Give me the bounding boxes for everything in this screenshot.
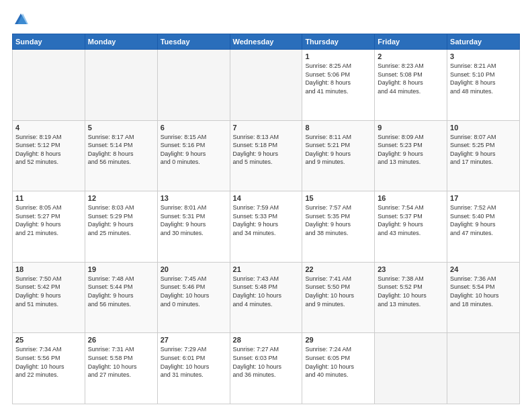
weekday-header-tuesday: Tuesday bbox=[157, 34, 230, 50]
weekday-header-friday: Friday bbox=[375, 34, 447, 50]
calendar-cell: 21Sunrise: 7:43 AM Sunset: 5:48 PM Dayli… bbox=[230, 262, 302, 333]
day-number: 19 bbox=[88, 265, 154, 273]
calendar-cell: 27Sunrise: 7:29 AM Sunset: 6:01 PM Dayli… bbox=[157, 333, 230, 404]
calendar-cell: 26Sunrise: 7:31 AM Sunset: 5:58 PM Dayli… bbox=[85, 333, 157, 404]
calendar-cell: 15Sunrise: 7:57 AM Sunset: 5:35 PM Dayli… bbox=[302, 191, 375, 263]
calendar-cell: 8Sunrise: 8:11 AM Sunset: 5:21 PM Daylig… bbox=[302, 120, 375, 191]
calendar-cell: 18Sunrise: 7:50 AM Sunset: 5:42 PM Dayli… bbox=[13, 262, 85, 333]
calendar-week-3: 11Sunrise: 8:05 AM Sunset: 5:27 PM Dayli… bbox=[13, 191, 520, 263]
header bbox=[12, 12, 520, 27]
day-info: Sunrise: 7:36 AM Sunset: 5:54 PM Dayligh… bbox=[450, 275, 517, 308]
day-number: 14 bbox=[233, 194, 300, 202]
day-number: 9 bbox=[378, 124, 444, 132]
day-info: Sunrise: 8:11 AM Sunset: 5:21 PM Dayligh… bbox=[305, 133, 371, 167]
day-info: Sunrise: 8:01 AM Sunset: 5:31 PM Dayligh… bbox=[161, 203, 227, 237]
day-number: 21 bbox=[233, 265, 300, 273]
day-info: Sunrise: 7:24 AM Sunset: 6:05 PM Dayligh… bbox=[305, 345, 371, 379]
calendar-cell: 3Sunrise: 8:21 AM Sunset: 5:10 PM Daylig… bbox=[447, 50, 520, 121]
calendar-cell: 28Sunrise: 7:27 AM Sunset: 6:03 PM Dayli… bbox=[230, 333, 302, 404]
day-number: 2 bbox=[378, 52, 444, 60]
calendar-cell: 17Sunrise: 7:52 AM Sunset: 5:40 PM Dayli… bbox=[447, 191, 520, 263]
logo bbox=[12, 12, 28, 27]
calendar-cell: 23Sunrise: 7:38 AM Sunset: 5:52 PM Dayli… bbox=[375, 262, 447, 333]
day-info: Sunrise: 8:15 AM Sunset: 5:16 PM Dayligh… bbox=[161, 133, 227, 167]
day-info: Sunrise: 8:23 AM Sunset: 5:08 PM Dayligh… bbox=[378, 62, 444, 95]
day-number: 17 bbox=[450, 194, 517, 202]
calendar-cell: 24Sunrise: 7:36 AM Sunset: 5:54 PM Dayli… bbox=[447, 262, 520, 333]
day-number: 23 bbox=[378, 265, 444, 273]
day-info: Sunrise: 7:41 AM Sunset: 5:50 PM Dayligh… bbox=[305, 275, 371, 308]
calendar-cell: 2Sunrise: 8:23 AM Sunset: 5:08 PM Daylig… bbox=[375, 50, 447, 121]
day-number: 15 bbox=[305, 194, 371, 202]
calendar-week-2: 4Sunrise: 8:19 AM Sunset: 5:12 PM Daylig… bbox=[13, 120, 520, 191]
day-number: 29 bbox=[305, 336, 371, 344]
day-info: Sunrise: 8:07 AM Sunset: 5:25 PM Dayligh… bbox=[450, 133, 517, 167]
calendar-cell bbox=[13, 50, 85, 121]
day-number: 6 bbox=[161, 124, 227, 132]
day-number: 3 bbox=[450, 52, 517, 60]
day-number: 26 bbox=[88, 336, 154, 344]
day-number: 1 bbox=[305, 52, 371, 60]
day-number: 8 bbox=[305, 124, 371, 132]
calendar-cell bbox=[375, 333, 447, 404]
day-info: Sunrise: 8:17 AM Sunset: 5:14 PM Dayligh… bbox=[88, 133, 154, 167]
day-info: Sunrise: 7:45 AM Sunset: 5:46 PM Dayligh… bbox=[161, 275, 227, 308]
day-number: 22 bbox=[305, 265, 371, 273]
calendar-week-1: 1Sunrise: 8:25 AM Sunset: 5:06 PM Daylig… bbox=[13, 50, 520, 121]
day-info: Sunrise: 7:43 AM Sunset: 5:48 PM Dayligh… bbox=[233, 275, 300, 308]
day-number: 12 bbox=[88, 194, 154, 202]
calendar-cell bbox=[157, 50, 230, 121]
day-number: 20 bbox=[161, 265, 227, 273]
calendar-cell: 9Sunrise: 8:09 AM Sunset: 5:23 PM Daylig… bbox=[375, 120, 447, 191]
weekday-header-wednesday: Wednesday bbox=[230, 34, 302, 50]
day-info: Sunrise: 8:05 AM Sunset: 5:27 PM Dayligh… bbox=[15, 203, 82, 237]
calendar-cell: 10Sunrise: 8:07 AM Sunset: 5:25 PM Dayli… bbox=[447, 120, 520, 191]
weekday-header-row: SundayMondayTuesdayWednesdayThursdayFrid… bbox=[13, 34, 520, 50]
day-info: Sunrise: 7:34 AM Sunset: 5:56 PM Dayligh… bbox=[15, 345, 82, 379]
calendar-cell: 19Sunrise: 7:48 AM Sunset: 5:44 PM Dayli… bbox=[85, 262, 157, 333]
weekday-header-sunday: Sunday bbox=[13, 34, 85, 50]
day-info: Sunrise: 7:48 AM Sunset: 5:44 PM Dayligh… bbox=[88, 275, 154, 308]
page: SundayMondayTuesdayWednesdayThursdayFrid… bbox=[0, 0, 532, 411]
day-number: 7 bbox=[233, 124, 300, 132]
day-number: 24 bbox=[450, 265, 517, 273]
calendar-cell bbox=[85, 50, 157, 121]
day-info: Sunrise: 8:09 AM Sunset: 5:23 PM Dayligh… bbox=[378, 133, 444, 167]
calendar-cell: 14Sunrise: 7:59 AM Sunset: 5:33 PM Dayli… bbox=[230, 191, 302, 263]
calendar-cell bbox=[230, 50, 302, 121]
day-number: 28 bbox=[233, 336, 300, 344]
day-number: 11 bbox=[15, 194, 82, 202]
calendar-cell: 20Sunrise: 7:45 AM Sunset: 5:46 PM Dayli… bbox=[157, 262, 230, 333]
day-number: 10 bbox=[450, 124, 517, 132]
calendar-cell: 11Sunrise: 8:05 AM Sunset: 5:27 PM Dayli… bbox=[13, 191, 85, 263]
day-info: Sunrise: 7:29 AM Sunset: 6:01 PM Dayligh… bbox=[161, 345, 227, 379]
calendar-cell: 6Sunrise: 8:15 AM Sunset: 5:16 PM Daylig… bbox=[157, 120, 230, 191]
day-info: Sunrise: 7:52 AM Sunset: 5:40 PM Dayligh… bbox=[450, 203, 517, 237]
day-info: Sunrise: 8:19 AM Sunset: 5:12 PM Dayligh… bbox=[15, 133, 82, 167]
day-info: Sunrise: 7:50 AM Sunset: 5:42 PM Dayligh… bbox=[15, 275, 82, 308]
day-info: Sunrise: 7:31 AM Sunset: 5:58 PM Dayligh… bbox=[88, 345, 154, 379]
calendar-cell: 7Sunrise: 8:13 AM Sunset: 5:18 PM Daylig… bbox=[230, 120, 302, 191]
day-number: 4 bbox=[15, 124, 82, 132]
weekday-header-thursday: Thursday bbox=[302, 34, 375, 50]
calendar-week-4: 18Sunrise: 7:50 AM Sunset: 5:42 PM Dayli… bbox=[13, 262, 520, 333]
day-info: Sunrise: 8:21 AM Sunset: 5:10 PM Dayligh… bbox=[450, 62, 517, 95]
day-info: Sunrise: 7:57 AM Sunset: 5:35 PM Dayligh… bbox=[305, 203, 371, 237]
calendar-week-5: 25Sunrise: 7:34 AM Sunset: 5:56 PM Dayli… bbox=[13, 333, 520, 404]
calendar: SundayMondayTuesdayWednesdayThursdayFrid… bbox=[12, 34, 520, 404]
day-info: Sunrise: 8:25 AM Sunset: 5:06 PM Dayligh… bbox=[305, 62, 371, 95]
day-info: Sunrise: 7:27 AM Sunset: 6:03 PM Dayligh… bbox=[233, 345, 300, 379]
day-info: Sunrise: 7:54 AM Sunset: 5:37 PM Dayligh… bbox=[378, 203, 444, 237]
day-info: Sunrise: 8:13 AM Sunset: 5:18 PM Dayligh… bbox=[233, 133, 300, 167]
day-number: 27 bbox=[161, 336, 227, 344]
calendar-cell: 12Sunrise: 8:03 AM Sunset: 5:29 PM Dayli… bbox=[85, 191, 157, 263]
day-number: 16 bbox=[378, 194, 444, 202]
calendar-cell: 29Sunrise: 7:24 AM Sunset: 6:05 PM Dayli… bbox=[302, 333, 375, 404]
calendar-cell: 4Sunrise: 8:19 AM Sunset: 5:12 PM Daylig… bbox=[13, 120, 85, 191]
calendar-cell bbox=[447, 333, 520, 404]
logo-icon bbox=[13, 12, 28, 27]
day-info: Sunrise: 8:03 AM Sunset: 5:29 PM Dayligh… bbox=[88, 203, 154, 237]
calendar-cell: 5Sunrise: 8:17 AM Sunset: 5:14 PM Daylig… bbox=[85, 120, 157, 191]
calendar-cell: 22Sunrise: 7:41 AM Sunset: 5:50 PM Dayli… bbox=[302, 262, 375, 333]
day-number: 13 bbox=[161, 194, 227, 202]
